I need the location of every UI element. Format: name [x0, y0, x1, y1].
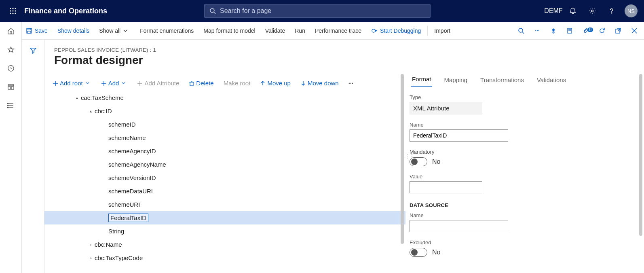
tab-validations[interactable]: Validations	[536, 76, 567, 87]
tree-node[interactable]: ▹cbc:TaxTypeCode	[44, 251, 405, 265]
tree-node[interactable]: schemeName	[44, 131, 405, 144]
tab-format[interactable]: Format	[411, 76, 432, 87]
svg-rect-30	[8, 85, 14, 86]
arrow-up-icon	[260, 80, 266, 86]
excluded-toggle[interactable]	[410, 248, 427, 257]
search-placeholder: Search for a page	[220, 7, 271, 15]
global-search[interactable]: Search for a page	[204, 4, 431, 18]
filter-icon[interactable]	[30, 47, 37, 273]
popout-icon[interactable]	[610, 28, 626, 34]
top-bar: Finance and Operations Search for a page…	[0, 0, 644, 22]
performance-trace-button[interactable]: Performance trace	[310, 22, 366, 39]
tab-mapping[interactable]: Mapping	[443, 76, 469, 87]
svg-point-12	[611, 13, 612, 13]
show-details-button[interactable]: Show details	[53, 22, 94, 39]
tree-node[interactable]: ▴cbc:ID	[44, 104, 405, 118]
settings-icon[interactable]	[583, 7, 602, 15]
svg-point-36	[7, 103, 8, 104]
home-icon[interactable]	[0, 22, 21, 40]
user-avatar[interactable]: NS	[621, 4, 641, 17]
tree-node[interactable]: ▴cac:TaxScheme	[44, 91, 405, 104]
tree-node-selected[interactable]: FederalTaxID	[44, 211, 405, 224]
plus-icon	[101, 80, 107, 86]
tree-node[interactable]: schemeAgencyName	[44, 158, 405, 171]
svg-rect-28	[10, 32, 12, 34]
tree-node[interactable]: schemeID	[44, 118, 405, 131]
show-all-button[interactable]: Show all	[94, 22, 135, 39]
app-title: Finance and Operations	[24, 7, 107, 15]
tree-node[interactable]: schemeDataURI	[44, 184, 405, 198]
svg-point-1	[12, 8, 13, 9]
favorites-icon[interactable]	[0, 40, 21, 59]
move-up-button[interactable]: Move up	[255, 80, 296, 87]
properties-tabs: Format Mapping Transformations Validatio…	[410, 72, 636, 87]
format-tree: Add root Add Add Attribute Delete	[44, 72, 405, 273]
attachments-icon[interactable]: 0	[578, 28, 594, 34]
ds-name-label: Name	[410, 212, 636, 218]
import-button[interactable]: Import	[429, 22, 455, 39]
svg-rect-32	[11, 87, 14, 89]
recent-icon[interactable]	[0, 59, 21, 78]
move-down-button[interactable]: Move down	[296, 80, 344, 87]
data-source-section: DATA SOURCE	[410, 202, 636, 208]
tree-node[interactable]: schemeVersionID	[44, 171, 405, 184]
plus-icon	[137, 80, 143, 86]
ds-name-input[interactable]	[410, 220, 508, 232]
mandatory-value: No	[432, 158, 440, 165]
tree-node[interactable]: ▹cbc:Name	[44, 238, 405, 251]
company-picker[interactable]: DEMF	[544, 7, 563, 15]
action-search-icon[interactable]	[513, 28, 529, 34]
save-button[interactable]: Save	[21, 22, 53, 39]
add-root-button[interactable]: Add root	[48, 80, 96, 87]
page-title: Format designer	[44, 54, 644, 72]
chevron-down-icon	[121, 81, 126, 85]
chevron-down-icon	[85, 81, 90, 85]
refresh-icon[interactable]	[594, 28, 610, 34]
breadcrumb: PEPPOL SALES INVOICE (LITWARE) : 1	[44, 40, 644, 54]
validate-button[interactable]: Validate	[260, 22, 290, 39]
add-button[interactable]: Add	[96, 80, 133, 87]
filter-column	[22, 40, 44, 273]
start-debugging-button[interactable]: Start Debugging	[366, 22, 426, 39]
delete-button[interactable]: Delete	[184, 80, 218, 87]
name-input[interactable]	[410, 129, 508, 142]
svg-rect-31	[8, 87, 11, 89]
tree-node[interactable]: String	[44, 224, 405, 238]
arrow-down-icon	[300, 80, 306, 86]
map-format-button[interactable]: Map format to model	[198, 22, 260, 39]
collapse-icon[interactable]: ▴	[87, 109, 95, 113]
app-launcher-icon[interactable]	[3, 7, 23, 15]
name-label: Name	[410, 122, 636, 128]
modules-icon[interactable]	[0, 96, 21, 115]
help-icon[interactable]	[602, 7, 621, 15]
format-enumerations-button[interactable]: Format enumerations	[135, 22, 198, 39]
more-actions-icon[interactable]: ···	[529, 28, 545, 34]
expand-icon[interactable]: ▹	[87, 256, 95, 260]
tree-node[interactable]: schemeAgencyID	[44, 144, 405, 158]
collapse-icon[interactable]: ▴	[73, 95, 81, 100]
svg-point-5	[15, 10, 16, 11]
plus-icon	[53, 80, 58, 86]
save-icon	[26, 28, 32, 34]
expand-icon[interactable]: ▹	[87, 242, 95, 247]
svg-point-11	[591, 10, 593, 12]
mandatory-label: Mandatory	[410, 149, 636, 155]
value-input[interactable]	[410, 181, 482, 193]
trash-icon	[189, 80, 194, 86]
diamond-icon[interactable]	[545, 28, 562, 34]
close-icon[interactable]	[626, 28, 642, 34]
svg-point-3	[10, 10, 11, 11]
workspaces-icon[interactable]	[0, 78, 21, 96]
properties-scrollbar[interactable]	[639, 74, 642, 236]
tree-overflow-icon[interactable]: ···	[344, 80, 359, 87]
notifications-icon[interactable]	[563, 7, 583, 15]
tree-node[interactable]: schemeURI	[44, 198, 405, 211]
svg-point-38	[7, 107, 8, 108]
tab-transformations[interactable]: Transformations	[479, 76, 525, 87]
tree-scrollbar[interactable]	[401, 74, 404, 244]
mandatory-toggle[interactable]	[410, 157, 427, 166]
svg-line-10	[214, 12, 215, 14]
svg-point-19	[372, 29, 375, 32]
document-icon[interactable]	[562, 28, 578, 34]
run-button[interactable]: Run	[290, 22, 310, 39]
